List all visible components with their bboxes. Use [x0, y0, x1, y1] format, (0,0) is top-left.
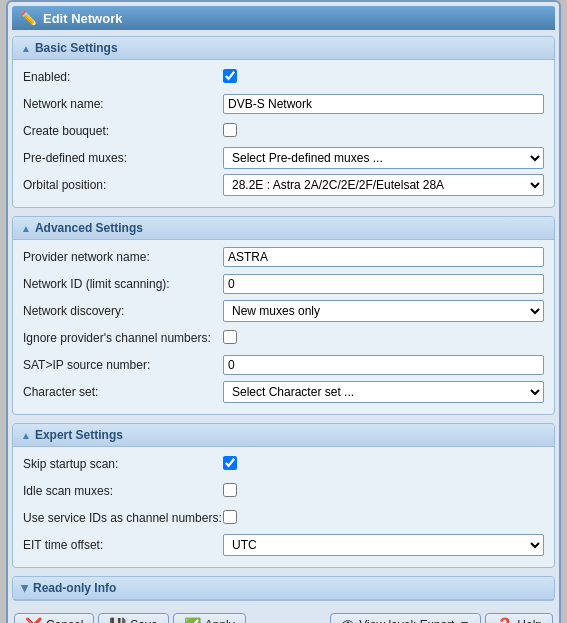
ignore-provider-row: Ignore provider's channel numbers: [23, 327, 544, 349]
readonly-info-arrow: ▶ [20, 584, 31, 592]
expert-settings-header[interactable]: ▲ Expert Settings [13, 424, 554, 447]
network-id-label: Network ID (limit scanning): [23, 277, 223, 291]
skip-startup-control [223, 456, 544, 473]
network-discovery-control: New muxes only [223, 300, 544, 322]
skip-startup-row: Skip startup scan: [23, 453, 544, 475]
network-name-input[interactable] [223, 94, 544, 114]
orbital-position-row: Orbital position: 28.2E : Astra 2A/2C/2E… [23, 174, 544, 196]
character-set-row: Character set: Select Character set ... [23, 381, 544, 403]
sat-ip-row: SAT>IP source number: [23, 354, 544, 376]
create-bouquet-checkbox[interactable] [223, 123, 237, 137]
predefined-muxes-row: Pre-defined muxes: Select Pre-defined mu… [23, 147, 544, 169]
network-name-label: Network name: [23, 97, 223, 111]
sat-ip-label: SAT>IP source number: [23, 358, 223, 372]
help-icon: ❓ [496, 617, 513, 623]
orbital-position-label: Orbital position: [23, 178, 223, 192]
enabled-checkbox[interactable] [223, 69, 237, 83]
advanced-settings-label: Advanced Settings [35, 221, 143, 235]
apply-icon: ✅ [184, 617, 201, 623]
eit-time-offset-row: EIT time offset: UTC [23, 534, 544, 556]
create-bouquet-row: Create bouquet: [23, 120, 544, 142]
readonly-info-header[interactable]: ▶ Read-only Info [13, 577, 554, 600]
character-set-label: Character set: [23, 385, 223, 399]
footer-right: 👁 View level: Expert ▼ ❓ Help [330, 613, 553, 623]
network-discovery-select[interactable]: New muxes only [223, 300, 544, 322]
skip-startup-checkbox[interactable] [223, 456, 237, 470]
use-service-ids-control [223, 510, 544, 527]
create-bouquet-label: Create bouquet: [23, 124, 223, 138]
advanced-settings-header[interactable]: ▲ Advanced Settings [13, 217, 554, 240]
enabled-row: Enabled: [23, 66, 544, 88]
window-title-bar: ✏️ Edit Network [12, 6, 555, 30]
save-label: Save [130, 618, 157, 623]
sat-ip-input[interactable] [223, 355, 544, 375]
use-service-ids-row: Use service IDs as channel numbers: [23, 507, 544, 529]
network-name-row: Network name: [23, 93, 544, 115]
help-button[interactable]: ❓ Help [485, 613, 553, 623]
cancel-button[interactable]: ❌ Cancel [14, 613, 94, 623]
idle-scan-row: Idle scan muxes: [23, 480, 544, 502]
view-level-label: View level: Expert [359, 618, 454, 623]
network-id-input[interactable] [223, 274, 544, 294]
basic-settings-label: Basic Settings [35, 41, 118, 55]
edit-network-window: ✏️ Edit Network ▲ Basic Settings Enabled… [6, 0, 561, 623]
create-bouquet-control [223, 123, 544, 140]
idle-scan-control [223, 483, 544, 500]
ignore-provider-checkbox[interactable] [223, 330, 237, 344]
expert-settings-arrow: ▲ [21, 430, 31, 441]
sat-ip-control [223, 355, 544, 375]
expert-settings-content: Skip startup scan: Idle scan muxes: Use … [13, 447, 554, 567]
advanced-settings-content: Provider network name: Network ID (limit… [13, 240, 554, 414]
use-service-ids-checkbox[interactable] [223, 510, 237, 524]
window-title: Edit Network [43, 11, 122, 26]
cancel-label: Cancel [46, 618, 83, 623]
idle-scan-label: Idle scan muxes: [23, 484, 223, 498]
basic-settings-content: Enabled: Network name: Create bouquet: P… [13, 60, 554, 207]
use-service-ids-label: Use service IDs as channel numbers: [23, 511, 223, 525]
basic-settings-arrow: ▲ [21, 43, 31, 54]
provider-network-name-control [223, 247, 544, 267]
enabled-label: Enabled: [23, 70, 223, 84]
network-discovery-label: Network discovery: [23, 304, 223, 318]
apply-button[interactable]: ✅ Apply [173, 613, 246, 623]
idle-scan-checkbox[interactable] [223, 483, 237, 497]
readonly-info-label: Read-only Info [33, 581, 116, 595]
character-set-control: Select Character set ... [223, 381, 544, 403]
basic-settings-section: ▲ Basic Settings Enabled: Network name: … [12, 36, 555, 208]
help-label: Help [517, 618, 542, 623]
predefined-muxes-label: Pre-defined muxes: [23, 151, 223, 165]
save-button[interactable]: 💾 Save [98, 613, 168, 623]
footer-left: ❌ Cancel 💾 Save ✅ Apply [14, 613, 246, 623]
eit-time-offset-label: EIT time offset: [23, 538, 223, 552]
provider-network-name-input[interactable] [223, 247, 544, 267]
network-discovery-row: Network discovery: New muxes only [23, 300, 544, 322]
apply-label: Apply [205, 618, 235, 623]
orbital-position-select[interactable]: 28.2E : Astra 2A/2C/2E/2F/Eutelsat 28A [223, 174, 544, 196]
orbital-position-control: 28.2E : Astra 2A/2C/2E/2F/Eutelsat 28A [223, 174, 544, 196]
enabled-control [223, 69, 544, 86]
eit-time-offset-select[interactable]: UTC [223, 534, 544, 556]
basic-settings-header[interactable]: ▲ Basic Settings [13, 37, 554, 60]
network-name-control [223, 94, 544, 114]
expert-settings-section: ▲ Expert Settings Skip startup scan: Idl… [12, 423, 555, 568]
advanced-settings-arrow: ▲ [21, 223, 31, 234]
ignore-provider-control [223, 330, 544, 347]
predefined-muxes-select[interactable]: Select Pre-defined muxes ... [223, 147, 544, 169]
window-icon: ✏️ [20, 10, 37, 26]
view-level-chevron-icon: ▼ [458, 618, 470, 623]
readonly-info-section: ▶ Read-only Info [12, 576, 555, 601]
advanced-settings-section: ▲ Advanced Settings Provider network nam… [12, 216, 555, 415]
eit-time-offset-control: UTC [223, 534, 544, 556]
footer: ❌ Cancel 💾 Save ✅ Apply 👁 View level: Ex… [12, 609, 555, 623]
view-level-button[interactable]: 👁 View level: Expert ▼ [330, 613, 481, 623]
network-id-row: Network ID (limit scanning): [23, 273, 544, 295]
character-set-select[interactable]: Select Character set ... [223, 381, 544, 403]
provider-network-name-label: Provider network name: [23, 250, 223, 264]
provider-network-name-row: Provider network name: [23, 246, 544, 268]
cancel-icon: ❌ [25, 617, 42, 623]
skip-startup-label: Skip startup scan: [23, 457, 223, 471]
save-icon: 💾 [109, 617, 126, 623]
view-level-icon: 👁 [341, 617, 355, 623]
network-id-control [223, 274, 544, 294]
predefined-muxes-control: Select Pre-defined muxes ... [223, 147, 544, 169]
